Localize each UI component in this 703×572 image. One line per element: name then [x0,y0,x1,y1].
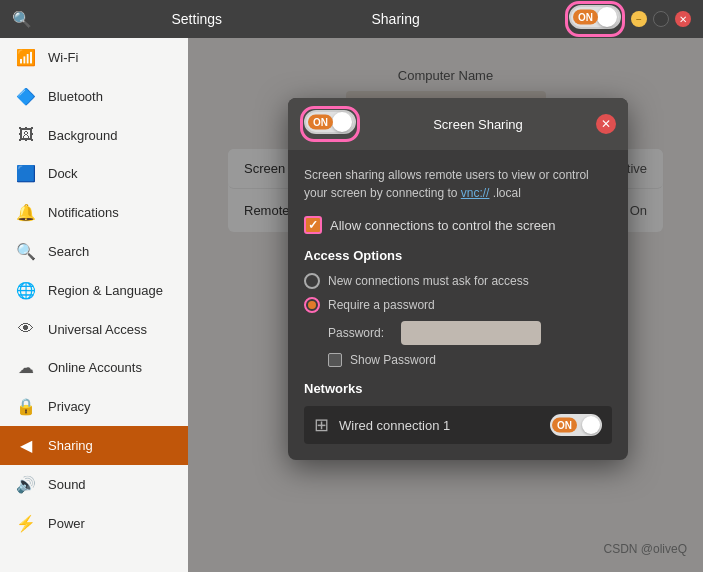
dialog-overlay: ON Screen Sharing ✕ Screen sharing allow… [188,38,703,572]
allow-connections-label: Allow connections to control the screen [330,218,555,233]
search-icon: 🔍 [12,10,32,29]
network-toggle-on-text: ON [552,418,577,433]
close-button[interactable]: ✕ [675,11,691,27]
window-controls: ON − ✕ [565,1,691,37]
password-label: Password: [328,326,393,340]
background-icon: 🖼 [16,126,36,144]
network-name: Wired connection 1 [339,418,540,433]
dialog-body: Screen sharing allows remote users to vi… [288,150,628,460]
sharing-main-toggle[interactable]: ON [565,1,625,37]
bluetooth-icon: 🔷 [16,87,36,106]
sidebar-item-sharing[interactable]: ◀Sharing [0,426,188,465]
radio-ask-label: New connections must ask for access [328,274,529,288]
sound-icon: 🔊 [16,475,36,494]
region-icon: 🌐 [16,281,36,300]
privacy-icon: 🔒 [16,397,36,416]
vnc-domain: .local [493,186,521,200]
universal-access-icon: 👁 [16,320,36,338]
sidebar-item-background[interactable]: 🖼Background [0,116,188,154]
universal-access-label: Universal Access [48,322,147,337]
toggle-switch-on[interactable]: ON [569,5,621,29]
dialog-close-button[interactable]: ✕ [596,114,616,134]
privacy-label: Privacy [48,399,91,414]
main-layout: 📶Wi-Fi🔷Bluetooth🖼Background🟦Dock🔔Notific… [0,38,703,572]
sound-label: Sound [48,477,86,492]
dock-label: Dock [48,166,78,181]
sidebar-item-dock[interactable]: 🟦Dock [0,154,188,193]
online-accounts-icon: ☁ [16,358,36,377]
dock-icon: 🟦 [16,164,36,183]
radio-inner-password [308,301,316,309]
dialog-title: Screen Sharing [368,117,588,132]
wifi-label: Wi-Fi [48,50,78,65]
sidebar-item-search[interactable]: 🔍Search [0,232,188,271]
networks-title: Networks [304,381,612,396]
radio-outer-password [304,297,320,313]
background-label: Background [48,128,117,143]
dialog-toggle-knob [332,112,352,132]
check-mark: ✓ [308,218,318,232]
title-bar: 🔍 Settings Sharing ON − ✕ [0,0,703,38]
minimize-button[interactable]: − [631,11,647,27]
dialog-toggle-switch[interactable]: ON [304,110,356,134]
dialog-titlebar: ON Screen Sharing ✕ [288,98,628,150]
network-row: ⊞ Wired connection 1 ON [304,406,612,444]
sharing-icon: ◀ [16,436,36,455]
sidebar-item-privacy[interactable]: 🔒Privacy [0,387,188,426]
vnc-link[interactable]: vnc:// [461,186,490,200]
dialog-description: Screen sharing allows remote users to vi… [304,166,612,202]
radio-password-label: Require a password [328,298,435,312]
sidebar-item-notifications[interactable]: 🔔Notifications [0,193,188,232]
show-password-checkbox[interactable] [328,353,342,367]
region-label: Region & Language [48,283,163,298]
radio-outer-ask [304,273,320,289]
network-icon: ⊞ [314,414,329,436]
sidebar-item-universal-access[interactable]: 👁Universal Access [0,310,188,348]
dialog-toggle-wrapper[interactable]: ON [300,106,360,142]
sharing-title: Sharing [372,11,420,27]
dialog-desc-text: Screen sharing allows remote users to vi… [304,168,589,200]
access-options-title: Access Options [304,248,612,263]
online-accounts-label: Online Accounts [48,360,142,375]
notifications-icon: 🔔 [16,203,36,222]
radio-require-password[interactable]: Require a password [304,297,612,313]
notifications-label: Notifications [48,205,119,220]
toggle-knob [597,7,617,27]
show-password-label: Show Password [350,353,436,367]
screen-sharing-dialog: ON Screen Sharing ✕ Screen sharing allow… [288,98,628,460]
maximize-button[interactable] [653,11,669,27]
radio-ask-for-access[interactable]: New connections must ask for access [304,273,612,289]
content-area: Computer Name Screen Sharing Active Remo… [188,38,703,572]
sidebar-item-sound[interactable]: 🔊Sound [0,465,188,504]
search-label: Search [48,244,89,259]
app-title: Settings [172,11,223,27]
sharing-label: Sharing [48,438,93,453]
sidebar-item-wifi[interactable]: 📶Wi-Fi [0,38,188,77]
password-row: Password: [304,321,612,345]
sidebar-item-power[interactable]: ⚡Power [0,504,188,543]
dialog-toggle-on-text: ON [308,115,333,130]
sidebar-item-bluetooth[interactable]: 🔷Bluetooth [0,77,188,116]
sidebar-item-region[interactable]: 🌐Region & Language [0,271,188,310]
password-input[interactable] [401,321,541,345]
power-icon: ⚡ [16,514,36,533]
sidebar: 📶Wi-Fi🔷Bluetooth🖼Background🟦Dock🔔Notific… [0,38,188,572]
wifi-icon: 📶 [16,48,36,67]
toggle-on-text: ON [573,10,598,25]
sidebar-item-online-accounts[interactable]: ☁Online Accounts [0,348,188,387]
show-password-row[interactable]: Show Password [304,353,612,367]
bluetooth-label: Bluetooth [48,89,103,104]
network-toggle-knob [582,416,600,434]
power-label: Power [48,516,85,531]
network-toggle[interactable]: ON [550,414,602,436]
allow-connections-row[interactable]: ✓ Allow connections to control the scree… [304,216,612,234]
allow-connections-checkbox[interactable]: ✓ [304,216,322,234]
search-icon: 🔍 [16,242,36,261]
